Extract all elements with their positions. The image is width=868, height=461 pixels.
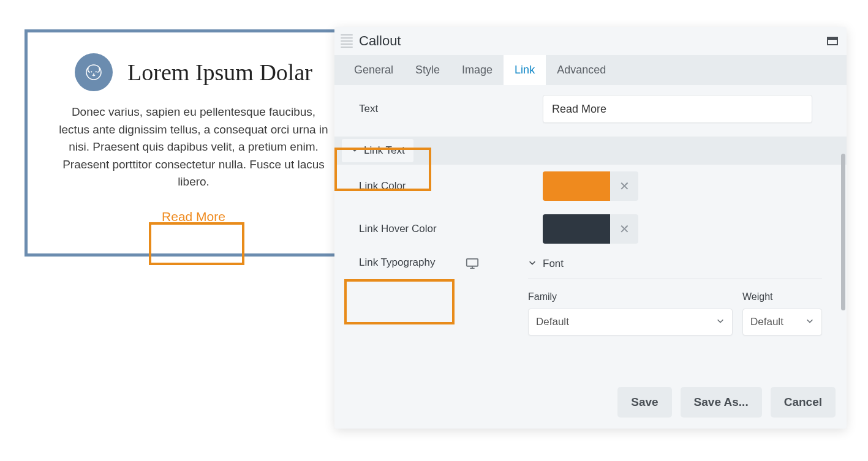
chevron-down-icon bbox=[350, 144, 359, 157]
tab-link[interactable]: Link bbox=[504, 55, 546, 85]
link-hover-color-control: ✕ bbox=[543, 214, 638, 244]
font-family-field: Family Default bbox=[528, 291, 733, 335]
chevron-down-icon bbox=[528, 258, 537, 270]
label-link-typography: Link Typography bbox=[359, 254, 457, 269]
font-section-label: Font bbox=[543, 258, 564, 270]
font-family-select[interactable]: Default bbox=[528, 309, 733, 335]
panel-body: Text Link Text Link Color ✕ Link Hover C… bbox=[334, 85, 847, 380]
callout-header: Lorem Ipsum Dolar bbox=[57, 53, 330, 91]
label-family: Family bbox=[528, 291, 733, 302]
panel-footer: Save Save As... Cancel bbox=[334, 380, 847, 429]
link-color-swatch[interactable] bbox=[543, 171, 610, 201]
svg-rect-4 bbox=[467, 259, 478, 266]
link-hover-color-swatch[interactable] bbox=[543, 214, 610, 244]
close-icon: ✕ bbox=[619, 222, 630, 236]
text-input[interactable] bbox=[543, 95, 812, 123]
scrollbar-thumb[interactable] bbox=[841, 154, 845, 310]
settings-panel: Callout General Style Image Link Advance… bbox=[334, 27, 847, 429]
save-button[interactable]: Save bbox=[617, 387, 671, 418]
panel-title: Callout bbox=[359, 33, 827, 49]
label-text: Text bbox=[359, 103, 543, 115]
chevron-down-icon bbox=[806, 316, 814, 328]
font-weight-field: Weight Default bbox=[742, 291, 822, 335]
typography-controls: Font Family Default Weight bbox=[528, 254, 822, 335]
font-weight-value: Default bbox=[750, 316, 783, 328]
callout-title: Lorem Ipsum Dolar bbox=[127, 59, 312, 86]
tab-style[interactable]: Style bbox=[404, 55, 451, 85]
callout-body: Donec varius, sapien eu pellentesque fau… bbox=[57, 103, 330, 191]
tab-image[interactable]: Image bbox=[451, 55, 504, 85]
section-link-text: Link Text bbox=[334, 137, 847, 165]
panel-tabs: General Style Image Link Advanced bbox=[334, 55, 847, 85]
desktop-icon[interactable] bbox=[466, 258, 479, 269]
font-weight-select[interactable]: Default bbox=[742, 309, 822, 335]
font-section-toggle[interactable]: Font bbox=[528, 254, 822, 279]
font-fields: Family Default Weight Default bbox=[528, 279, 822, 335]
maximize-icon[interactable] bbox=[827, 37, 838, 45]
dog-icon bbox=[75, 53, 113, 91]
label-link-hover-color: Link Hover Color bbox=[359, 223, 543, 235]
drag-handle-icon[interactable] bbox=[341, 34, 353, 48]
read-more-button[interactable]: Read More bbox=[157, 204, 230, 229]
callout-preview: Lorem Ipsum Dolar Donec varius, sapien e… bbox=[25, 29, 363, 257]
link-color-clear[interactable]: ✕ bbox=[610, 171, 638, 201]
cancel-button[interactable]: Cancel bbox=[771, 387, 836, 418]
section-label: Link Text bbox=[364, 144, 405, 157]
field-row-link-hover-color: Link Hover Color ✕ bbox=[334, 208, 847, 250]
link-color-control: ✕ bbox=[543, 171, 638, 201]
save-as-button[interactable]: Save As... bbox=[681, 387, 762, 418]
panel-header[interactable]: Callout bbox=[334, 27, 847, 55]
label-weight: Weight bbox=[742, 291, 822, 302]
chevron-down-icon bbox=[716, 316, 725, 328]
svg-point-3 bbox=[93, 73, 94, 75]
field-row-link-typography: Link Typography Font Family bbox=[334, 250, 847, 335]
field-row-text: Text bbox=[334, 85, 847, 137]
label-link-color: Link Color bbox=[359, 180, 543, 192]
close-icon: ✕ bbox=[619, 179, 630, 193]
tab-advanced[interactable]: Advanced bbox=[546, 55, 617, 85]
field-row-link-color: Link Color ✕ bbox=[334, 165, 847, 208]
svg-point-1 bbox=[91, 71, 92, 72]
section-toggle-link-text[interactable]: Link Text bbox=[342, 139, 413, 162]
tab-general[interactable]: General bbox=[343, 55, 404, 85]
svg-point-2 bbox=[96, 71, 97, 72]
link-hover-color-clear[interactable]: ✕ bbox=[610, 214, 638, 244]
font-family-value: Default bbox=[536, 316, 569, 328]
